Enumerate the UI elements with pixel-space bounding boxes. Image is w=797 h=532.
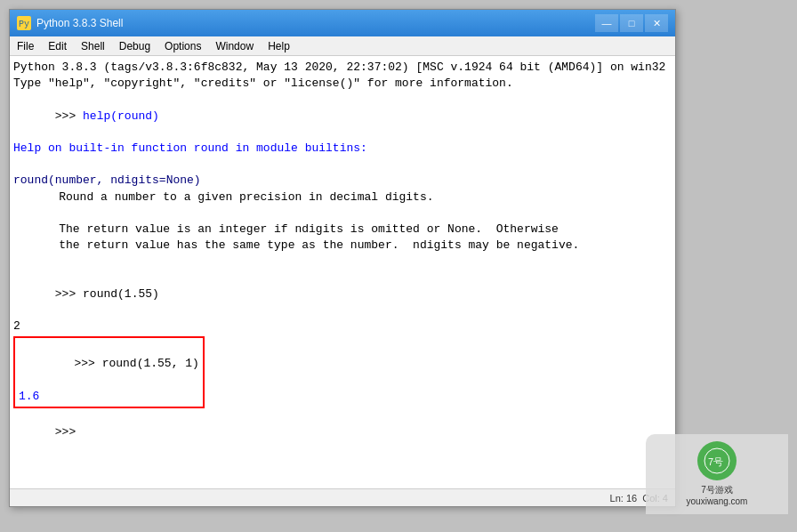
shell-cmd-3: round(1.55, 1) — [102, 357, 199, 370]
shell-cmd-2: round(1.55) — [83, 287, 159, 301]
svg-text:7号: 7号 — [708, 456, 723, 467]
menu-file[interactable]: File — [10, 36, 41, 55]
window-controls: — □ ✕ — [595, 14, 668, 32]
svg-text:Py: Py — [19, 20, 29, 29]
prompt-symbol-2: >>> — [55, 287, 83, 301]
menu-debug[interactable]: Debug — [112, 36, 157, 55]
main-window: Py Python 3.8.3 Shell — □ ✕ File Edit Sh… — [9, 9, 676, 507]
menu-help[interactable]: Help — [261, 36, 297, 55]
shell-line-2: Type "help", "copyright", "credits" or "… — [13, 76, 672, 92]
watermark-text: 7号游戏youxiwang.com — [687, 484, 748, 507]
shell-line-9: the return value has the same type as th… — [13, 238, 672, 254]
prompt-symbol-4: >>> — [55, 425, 83, 439]
menu-bar: File Edit Shell Debug Options Window Hel… — [10, 36, 675, 56]
prompt-symbol-1: >>> — [55, 109, 83, 123]
maximize-button[interactable]: □ — [620, 14, 643, 32]
menu-options[interactable]: Options — [157, 36, 208, 55]
minimize-button[interactable]: — — [595, 14, 618, 32]
shell-line-7 — [13, 206, 672, 222]
menu-edit[interactable]: Edit — [41, 36, 74, 55]
shell-line-10 — [13, 254, 672, 270]
shell-result-2: 1.6 — [19, 389, 199, 405]
shell-line-4 — [13, 157, 672, 173]
watermark: 7号 7号游戏youxiwang.com — [646, 434, 788, 514]
shell-line-8: The return value is an integer if ndigit… — [13, 222, 672, 238]
shell-prompt-3: >>> round(1.55, 1) — [19, 340, 199, 389]
shell-line-1: Python 3.8.3 (tags/v3.8.3:6f8c832, May 1… — [13, 60, 672, 76]
shell-cmd-1: help(round) — [83, 109, 159, 123]
shell-prompt-1: >>> help(round) — [13, 92, 672, 141]
menu-window[interactable]: Window — [208, 36, 261, 55]
status-bar: Ln: 16 Col: 4 — [10, 488, 675, 506]
shell-line-5: round(number, ndigits=None) — [13, 173, 672, 189]
shell-line-3: Help on built-in function round in modul… — [13, 141, 672, 157]
highlight-box: >>> round(1.55, 1) 1.6 — [13, 336, 205, 408]
prompt-symbol-3: >>> — [74, 357, 101, 370]
watermark-content: 7号 7号游戏youxiwang.com — [687, 441, 748, 507]
shell-content[interactable]: Python 3.8.3 (tags/v3.8.3:6f8c832, May 1… — [10, 56, 675, 488]
watermark-logo: 7号 — [697, 441, 737, 480]
close-button[interactable]: ✕ — [645, 14, 668, 32]
shell-line-6: Round a number to a given precision in d… — [13, 189, 672, 206]
shell-prompt-4: >>> — [13, 408, 672, 457]
app-icon: Py — [17, 16, 31, 30]
title-bar: Py Python 3.8.3 Shell — □ ✕ — [10, 10, 675, 36]
shell-prompt-2: >>> round(1.55) — [13, 270, 672, 318]
menu-shell[interactable]: Shell — [74, 36, 112, 55]
window-title: Python 3.8.3 Shell — [36, 17, 595, 29]
shell-result-1: 2 — [13, 318, 672, 335]
